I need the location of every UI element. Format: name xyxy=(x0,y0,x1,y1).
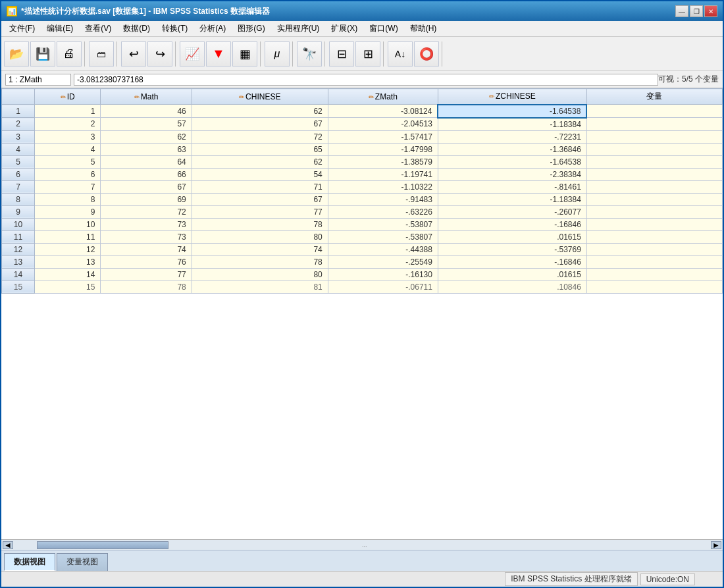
cell-zmath[interactable]: -.25549 xyxy=(328,255,438,268)
menu-window[interactable]: 窗口(W) xyxy=(364,22,403,36)
run-button[interactable]: ⭕ xyxy=(414,41,439,67)
cell-math[interactable]: 73 xyxy=(101,218,192,230)
cell-chinese[interactable]: 54 xyxy=(192,168,328,180)
row-number[interactable]: 5 xyxy=(2,155,35,168)
cell-math[interactable]: 66 xyxy=(101,168,192,180)
horizontal-scrollbar[interactable]: ◄ ··· ► xyxy=(1,539,723,550)
cell-zchinese[interactable]: -.53769 xyxy=(438,243,586,255)
cell-math[interactable]: 62 xyxy=(101,130,192,143)
scroll-right-btn[interactable]: ► xyxy=(711,541,721,549)
cell-zchinese[interactable]: -1.36846 xyxy=(438,143,586,155)
row-number[interactable]: 11 xyxy=(2,230,35,243)
menu-edit[interactable]: 编辑(E) xyxy=(41,22,78,36)
grid-scroll-area[interactable]: ✏ID ✏Math ✏CHINESE ✏ZMath ✏ZCHINESE 变量 1… xyxy=(1,88,723,539)
cell-zchinese[interactable]: .10846 xyxy=(438,281,586,293)
cell-var[interactable] xyxy=(586,243,722,255)
grid-button[interactable]: ▦ xyxy=(232,41,257,67)
close-button[interactable]: ✕ xyxy=(704,5,717,17)
cell-var[interactable] xyxy=(586,130,722,143)
cell-id[interactable]: 13 xyxy=(35,255,101,268)
cell-var[interactable] xyxy=(586,255,722,268)
cell-zmath[interactable]: -1.38579 xyxy=(328,155,438,168)
save-button[interactable]: 💾 xyxy=(30,41,55,67)
cell-id[interactable]: 3 xyxy=(35,130,101,143)
cell-math[interactable]: 67 xyxy=(101,180,192,193)
cell-chinese[interactable]: 80 xyxy=(192,268,328,281)
cell-zchinese[interactable]: -1.18384 xyxy=(438,118,586,131)
goto-button[interactable]: ▼ xyxy=(206,41,231,67)
data-editor-button[interactable]: 🗃 xyxy=(89,41,114,67)
menu-utilities[interactable]: 实用程序(U) xyxy=(272,22,325,36)
formula-value[interactable] xyxy=(74,74,658,86)
row-number[interactable]: 10 xyxy=(2,218,35,230)
restore-button[interactable]: ❐ xyxy=(690,5,703,17)
cell-math[interactable]: 74 xyxy=(101,243,192,255)
col-header-id[interactable]: ✏ID xyxy=(35,89,101,105)
split2-button[interactable]: ⊞ xyxy=(355,41,380,67)
cell-math[interactable]: 77 xyxy=(101,268,192,281)
cell-zchinese[interactable]: -1.64538 xyxy=(438,155,586,168)
cell-chinese[interactable]: 65 xyxy=(192,143,328,155)
cell-math[interactable]: 72 xyxy=(101,205,192,218)
cell-reference[interactable] xyxy=(5,74,71,86)
print-button[interactable]: 🖨 xyxy=(57,41,82,67)
cell-zchinese[interactable]: -1.64538 xyxy=(438,105,586,118)
tab-variable-view[interactable]: 变量视图 xyxy=(57,553,108,571)
row-number[interactable]: 13 xyxy=(2,255,35,268)
cell-var[interactable] xyxy=(586,143,722,155)
row-number[interactable]: 7 xyxy=(2,180,35,193)
cell-chinese[interactable]: 80 xyxy=(192,230,328,243)
cell-var[interactable] xyxy=(586,155,722,168)
cell-zmath[interactable]: -2.04513 xyxy=(328,118,438,131)
cell-zchinese[interactable]: -.16846 xyxy=(438,255,586,268)
menu-data[interactable]: 数据(D) xyxy=(118,22,155,36)
undo-button[interactable]: ↩ xyxy=(121,41,146,67)
cell-zchinese[interactable]: -.72231 xyxy=(438,130,586,143)
tab-data-view[interactable]: 数据视图 xyxy=(4,553,55,571)
cell-id[interactable]: 8 xyxy=(35,193,101,205)
cell-zmath[interactable]: -.53807 xyxy=(328,230,438,243)
cell-chinese[interactable]: 67 xyxy=(192,193,328,205)
row-number[interactable]: 1 xyxy=(2,105,35,118)
cell-zmath[interactable]: -.44388 xyxy=(328,243,438,255)
row-number[interactable]: 3 xyxy=(2,130,35,143)
cell-math[interactable]: 73 xyxy=(101,230,192,243)
cell-zmath[interactable]: -.53807 xyxy=(328,218,438,230)
cell-var[interactable] xyxy=(586,105,722,118)
script-button[interactable]: A↓ xyxy=(388,41,413,67)
cell-zmath[interactable]: -.91483 xyxy=(328,193,438,205)
chart-button[interactable]: 📈 xyxy=(180,41,205,67)
menu-file[interactable]: 文件(F) xyxy=(4,22,40,36)
cell-zmath[interactable]: -3.08124 xyxy=(328,105,438,118)
minimize-button[interactable]: — xyxy=(675,5,688,17)
cell-math[interactable]: 63 xyxy=(101,143,192,155)
row-number[interactable]: 12 xyxy=(2,243,35,255)
cell-zmath[interactable]: -1.10322 xyxy=(328,180,438,193)
cell-zchinese[interactable]: -1.18384 xyxy=(438,193,586,205)
cell-zmath[interactable]: -1.47998 xyxy=(328,143,438,155)
cell-zchinese[interactable]: .01615 xyxy=(438,230,586,243)
cell-id[interactable]: 12 xyxy=(35,243,101,255)
cell-var[interactable] xyxy=(586,218,722,230)
split-button[interactable]: ⊟ xyxy=(329,41,354,67)
cell-math[interactable]: 64 xyxy=(101,155,192,168)
cell-zmath[interactable]: -.06711 xyxy=(328,281,438,293)
cell-id[interactable]: 14 xyxy=(35,268,101,281)
cell-var[interactable] xyxy=(586,205,722,218)
scroll-thumb[interactable] xyxy=(37,541,168,549)
cell-id[interactable]: 15 xyxy=(35,281,101,293)
cell-chinese[interactable]: 67 xyxy=(192,118,328,131)
cell-chinese[interactable]: 71 xyxy=(192,180,328,193)
cell-var[interactable] xyxy=(586,118,722,131)
cell-chinese[interactable]: 62 xyxy=(192,155,328,168)
cell-id[interactable]: 10 xyxy=(35,218,101,230)
redo-button[interactable]: ↪ xyxy=(147,41,172,67)
col-header-math[interactable]: ✏Math xyxy=(101,89,192,105)
cell-math[interactable]: 76 xyxy=(101,255,192,268)
find-button[interactable]: 🔭 xyxy=(297,41,322,67)
menu-analyze[interactable]: 分析(A) xyxy=(194,22,231,36)
cell-chinese[interactable]: 62 xyxy=(192,105,328,118)
cell-id[interactable]: 5 xyxy=(35,155,101,168)
cell-chinese[interactable]: 72 xyxy=(192,130,328,143)
menu-graphs[interactable]: 图形(G) xyxy=(232,22,270,36)
